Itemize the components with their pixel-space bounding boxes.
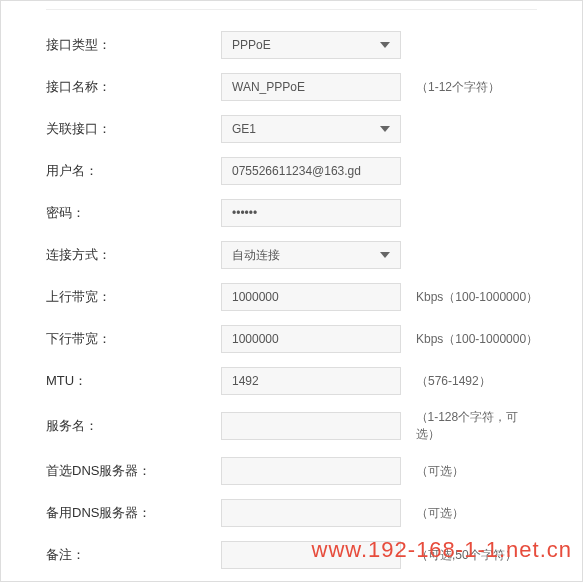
input-primary-dns[interactable] (221, 457, 401, 485)
input-mtu[interactable] (221, 367, 401, 395)
row-service-name: 服务名： （1-128个字符，可选） (46, 409, 542, 443)
label-password: 密码： (46, 204, 221, 222)
row-connection-mode: 连接方式： 自动连接 (46, 241, 542, 269)
label-downstream: 下行带宽： (46, 330, 221, 348)
form-container: 接口类型： PPPoE 接口名称： （1-12个字符） 关联接口： GE1 用户… (1, 1, 582, 582)
input-upstream[interactable] (221, 283, 401, 311)
chevron-down-icon (380, 126, 390, 132)
row-upstream: 上行带宽： Kbps（100-1000000） (46, 283, 542, 311)
hint-primary-dns: （可选） (416, 463, 464, 480)
chevron-down-icon (380, 252, 390, 258)
select-associated-interface[interactable]: GE1 (221, 115, 401, 143)
row-associated-interface: 关联接口： GE1 (46, 115, 542, 143)
hint-upstream: Kbps（100-1000000） (416, 289, 538, 306)
label-service-name: 服务名： (46, 417, 221, 435)
select-value: PPPoE (232, 38, 271, 52)
label-upstream: 上行带宽： (46, 288, 221, 306)
label-username: 用户名： (46, 162, 221, 180)
row-password: 密码： (46, 199, 542, 227)
label-primary-dns: 首选DNS服务器： (46, 462, 221, 480)
select-connection-mode[interactable]: 自动连接 (221, 241, 401, 269)
row-interface-type: 接口类型： PPPoE (46, 31, 542, 59)
select-value: 自动连接 (232, 247, 280, 264)
input-service-name[interactable] (221, 412, 401, 440)
hint-secondary-dns: （可选） (416, 505, 464, 522)
row-mtu: MTU： （576-1492） (46, 367, 542, 395)
row-primary-dns: 首选DNS服务器： （可选） (46, 457, 542, 485)
hint-interface-name: （1-12个字符） (416, 79, 500, 96)
label-remark: 备注： (46, 546, 221, 564)
select-value: GE1 (232, 122, 256, 136)
input-interface-name[interactable] (221, 73, 401, 101)
input-downstream[interactable] (221, 325, 401, 353)
label-secondary-dns: 备用DNS服务器： (46, 504, 221, 522)
label-connection-mode: 连接方式： (46, 246, 221, 264)
label-associated-interface: 关联接口： (46, 120, 221, 138)
input-password[interactable] (221, 199, 401, 227)
hint-downstream: Kbps（100-1000000） (416, 331, 538, 348)
label-interface-name: 接口名称： (46, 78, 221, 96)
row-interface-name: 接口名称： （1-12个字符） (46, 73, 542, 101)
divider (46, 9, 537, 10)
row-username: 用户名： (46, 157, 542, 185)
watermark-text: www.192-168-1-1.net.cn (312, 537, 572, 563)
row-secondary-dns: 备用DNS服务器： （可选） (46, 499, 542, 527)
input-secondary-dns[interactable] (221, 499, 401, 527)
label-interface-type: 接口类型： (46, 36, 221, 54)
chevron-down-icon (380, 42, 390, 48)
row-downstream: 下行带宽： Kbps（100-1000000） (46, 325, 542, 353)
select-interface-type[interactable]: PPPoE (221, 31, 401, 59)
input-username[interactable] (221, 157, 401, 185)
hint-service-name: （1-128个字符，可选） (416, 409, 543, 443)
hint-mtu: （576-1492） (416, 373, 491, 390)
label-mtu: MTU： (46, 372, 221, 390)
